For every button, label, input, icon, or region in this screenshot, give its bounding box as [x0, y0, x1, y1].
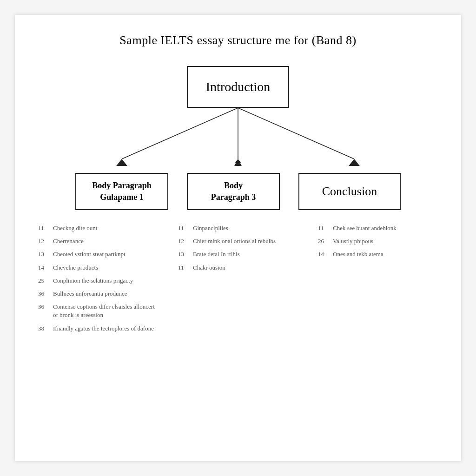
svg-line-0 [122, 108, 238, 159]
conclusion-box: Conclusion [298, 173, 401, 210]
list-text: Brate detal In rtlhis [193, 250, 240, 258]
list-num: 26 [318, 237, 331, 245]
diagram: Introduction [33, 66, 443, 210]
intro-box: Introduction [187, 66, 289, 108]
list-num: 11 [178, 264, 191, 272]
list-num: 14 [318, 250, 331, 258]
list-text: Ginpancipliies [193, 224, 228, 232]
list-text: Chevelne products [53, 264, 98, 272]
list-num: 11 [318, 224, 331, 232]
list-text: Chier mink onal ortions al rebulbs [193, 237, 276, 245]
list-text: Ifnandly agatus the tectroplores of dafo… [53, 324, 154, 333]
list-text: Cheoted vstiont steat partknpt [53, 250, 126, 258]
list-item: 13Cheoted vstiont steat partknpt [38, 250, 158, 258]
list-item: 14Chevelne products [38, 264, 158, 272]
list-text: Chek see buant andehlonk [333, 224, 397, 232]
list-item: 11Chek see buant andehlonk [318, 224, 438, 232]
list-item: 12Cherrenance [38, 237, 158, 245]
list-item: 13Brate detal In rtlhis [178, 250, 298, 258]
list-text: Valustly phipous [333, 237, 373, 245]
list-text: Checkng dite ount [53, 224, 97, 232]
list-col-3: 11Chek see buant andehlonk26Valustly phi… [318, 224, 438, 337]
svg-marker-8 [349, 159, 360, 166]
boxes-row: Body Paragraph Gulapame 1 Body Paragraph… [75, 173, 401, 210]
list-text: Bullnees unforcantia produnce [53, 290, 127, 298]
list-text: Contense coptions difer elsaisles allonc… [53, 303, 158, 319]
page-title: Sample IELTS essay structure me for (Ban… [33, 33, 443, 47]
list-item: 11Chakr ousion [178, 264, 298, 272]
list-col-2: 11Ginpancipliies12Chier mink onal ortion… [178, 224, 298, 337]
list-item: 36Contense coptions difer elsaisles allo… [38, 303, 158, 319]
list-item: 36Bullnees unforcantia produnce [38, 290, 158, 298]
list-num: 36 [38, 290, 51, 298]
list-text: Chakr ousion [193, 264, 225, 272]
list-item: 11Ginpancipliies [178, 224, 298, 232]
body-paragraph-1-box: Body Paragraph Gulapame 1 [75, 173, 168, 210]
page: Sample IELTS essay structure me for (Ban… [15, 15, 461, 461]
lists-row: 11Checkng dite ount12Cherrenance13Cheote… [33, 224, 443, 337]
list-num: 13 [178, 250, 191, 258]
list-num: 13 [38, 250, 51, 258]
list-num: 14 [38, 264, 51, 272]
list-num: 36 [38, 303, 51, 311]
list-item: 26Valustly phipous [318, 237, 438, 245]
list-item: 25Conplinion the selations prigacty [38, 277, 158, 285]
arrows-svg [75, 108, 401, 173]
svg-marker-2 [116, 159, 127, 166]
list-item: 38Ifnandly agatus the tectroplores of da… [38, 324, 158, 333]
body-paragraph-3-box: Body Paragraph 3 [187, 173, 280, 210]
intro-label: Introduction [206, 79, 270, 94]
list-text: Ones and tekb atema [333, 250, 383, 258]
list-item: 11Checkng dite ount [38, 224, 158, 232]
list-num: 25 [38, 277, 51, 285]
list-num: 11 [178, 224, 191, 232]
list-col-1: 11Checkng dite ount12Cherrenance13Cheote… [38, 224, 158, 337]
list-text: Conplinion the selations prigacty [53, 277, 133, 285]
arrows-container [75, 108, 401, 173]
list-item: 14Ones and tekb atema [318, 250, 438, 258]
list-item: 12Chier mink onal ortions al rebulbs [178, 237, 298, 245]
svg-line-6 [238, 108, 354, 159]
list-num: 38 [38, 324, 51, 333]
list-num: 11 [38, 224, 51, 232]
list-text: Cherrenance [53, 237, 84, 245]
list-num: 12 [178, 237, 191, 245]
list-num: 12 [38, 237, 51, 245]
